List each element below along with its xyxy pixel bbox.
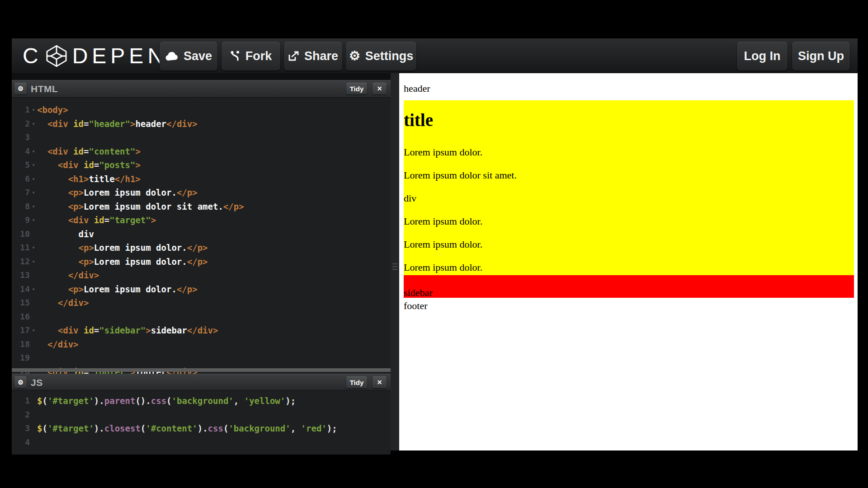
js-panel-title: JS — [31, 374, 43, 391]
fold-arrow-icon[interactable]: ▾ — [30, 200, 37, 214]
fold-arrow-icon[interactable]: ▾ — [30, 324, 37, 338]
fold-spacer — [30, 268, 37, 282]
code-text: </div> — [37, 268, 99, 282]
fold-spacer — [30, 436, 37, 450]
fold-spacer — [30, 338, 37, 352]
code-line: 4▾ <div id="content"> — [12, 145, 391, 159]
fold-spacer — [30, 408, 37, 422]
html-gear-button[interactable]: ⚙ — [14, 83, 27, 94]
code-line: 2 — [12, 408, 391, 422]
gear-icon: ⚙ — [349, 50, 360, 62]
line-number: 19 — [12, 351, 30, 365]
codepen-cube-icon — [44, 45, 69, 67]
html-close-button[interactable]: ✕ — [373, 83, 387, 94]
code-line: 16 — [12, 310, 391, 324]
html-horizontal-scrollbar[interactable] — [12, 368, 391, 372]
code-text: <p>Lorem ipsum dolor sit amet.</p> — [37, 200, 244, 214]
line-number: 17 — [12, 324, 30, 338]
line-number: 4 — [12, 145, 30, 159]
code-text: <div id="target"> — [37, 213, 156, 227]
line-number: 18 — [12, 338, 30, 352]
line-number: 13 — [12, 268, 30, 282]
code-line: 12▾ <p>Lorem ipsum dolor.</p> — [12, 255, 391, 269]
code-text: </div> — [37, 296, 89, 310]
js-gear-button[interactable]: ⚙ — [14, 376, 27, 388]
save-label: Save — [184, 49, 212, 63]
code-line: 8▾ <p>Lorem ipsum dolor sit amet.</p> — [12, 200, 391, 214]
code-text: <p>Lorem ipsum dolor.</p> — [37, 255, 208, 269]
line-number: 5 — [12, 158, 30, 172]
code-text: $('#target').closest('#content').css('ba… — [37, 422, 337, 436]
preview-paragraph: Lorem ipsum dolor. — [404, 262, 482, 273]
preview-paragraph: Lorem ipsum dolor. — [404, 239, 482, 250]
js-panel-header: ⚙ JS Tidy ✕ — [12, 374, 391, 390]
code-text: $('#target').parent().css('background', … — [37, 394, 296, 408]
fold-arrow-icon[interactable]: ▾ — [30, 186, 37, 200]
preview-footer-text: footer — [404, 300, 428, 311]
code-line: 13 </div> — [12, 268, 391, 282]
line-number: 10 — [12, 227, 30, 241]
code-line: 6▾ <h1>title</h1> — [12, 172, 391, 186]
save-button[interactable]: Save — [160, 42, 217, 70]
login-button[interactable]: Log In — [737, 42, 788, 70]
preview-sidebar-block — [404, 275, 854, 298]
line-number: 2 — [12, 117, 30, 131]
fold-arrow-icon[interactable]: ▾ — [30, 145, 37, 159]
fold-arrow-icon[interactable]: ▾ — [30, 172, 37, 186]
line-number: 1 — [12, 394, 30, 408]
fold-arrow-icon[interactable]: ▾ — [30, 117, 37, 131]
preview-pane[interactable]: header title Lorem ipsum dolor. Lorem ip… — [399, 73, 858, 450]
code-text: </div> — [37, 338, 79, 352]
html-panel-title: HTML — [31, 80, 58, 97]
settings-button[interactable]: ⚙ Settings — [346, 42, 416, 70]
preview-header-text: header — [404, 83, 430, 94]
line-number: 14 — [12, 282, 30, 296]
code-text: <div id="header">header</div> — [37, 117, 198, 131]
top-header-bar: C DEPEN Save Fork — [12, 38, 858, 74]
divider-grip — [392, 266, 397, 267]
code-line: 17▾ <div id="sidebar">sidebar</div> — [12, 324, 391, 338]
fold-arrow-icon[interactable]: ▾ — [30, 158, 37, 172]
fold-arrow-icon[interactable]: ▾ — [30, 103, 37, 117]
codepen-logo[interactable]: C DEPEN — [23, 38, 167, 73]
line-number: 16 — [12, 310, 30, 324]
divider-grip — [392, 263, 397, 264]
signup-button[interactable]: Sign Up — [792, 42, 850, 70]
js-tidy-button[interactable]: Tidy — [346, 376, 367, 388]
fork-button[interactable]: Fork — [222, 42, 280, 70]
html-code-editor[interactable]: 1▾<body>2▾ <div id="header">header</div>… — [12, 98, 391, 375]
preview-paragraph: Lorem ipsum dolor sit amet. — [404, 170, 517, 181]
code-text: <div id="posts"> — [37, 158, 141, 172]
editor-preview-divider[interactable] — [391, 73, 399, 450]
close-icon: ✕ — [377, 379, 382, 386]
js-code-editor[interactable]: 1$('#target').parent().css('background',… — [12, 390, 391, 455]
fold-arrow-icon[interactable]: ▾ — [30, 282, 37, 296]
code-text: <p>Lorem ipsum dolor.</p> — [37, 186, 198, 200]
fold-arrow-icon[interactable]: ▾ — [30, 241, 37, 255]
code-line: 3 — [12, 131, 391, 145]
line-number: 15 — [12, 296, 30, 310]
code-line: 3$('#target').closest('#content').css('b… — [12, 422, 391, 436]
js-close-button[interactable]: ✕ — [373, 376, 387, 388]
fork-icon — [230, 51, 241, 61]
preview-title-heading: title — [404, 111, 433, 129]
fold-arrow-icon[interactable]: ▾ — [30, 213, 37, 227]
html-panel: ⚙ HTML Tidy ✕ 1▾<body>2▾ <div id="header… — [12, 80, 391, 375]
codepen-window: C DEPEN Save Fork — [0, 0, 868, 488]
code-line: 9▾ <div id="target"> — [12, 213, 391, 227]
fold-arrow-icon[interactable]: ▾ — [30, 255, 37, 269]
fold-spacer — [30, 227, 37, 241]
line-number: 3 — [12, 131, 30, 145]
line-number: 2 — [12, 408, 30, 422]
line-number: 11 — [12, 241, 30, 255]
code-text: <h1>title</h1> — [37, 172, 141, 186]
share-button[interactable]: Share — [284, 42, 342, 70]
code-line: 1$('#target').parent().css('background',… — [12, 394, 391, 408]
html-panel-header: ⚙ HTML Tidy ✕ — [12, 80, 391, 98]
html-tidy-button[interactable]: Tidy — [346, 83, 367, 94]
code-text: div — [37, 227, 94, 241]
line-number: 6 — [12, 172, 30, 186]
fold-spacer — [30, 422, 37, 436]
line-number: 3 — [12, 422, 30, 436]
fold-spacer — [30, 131, 37, 145]
